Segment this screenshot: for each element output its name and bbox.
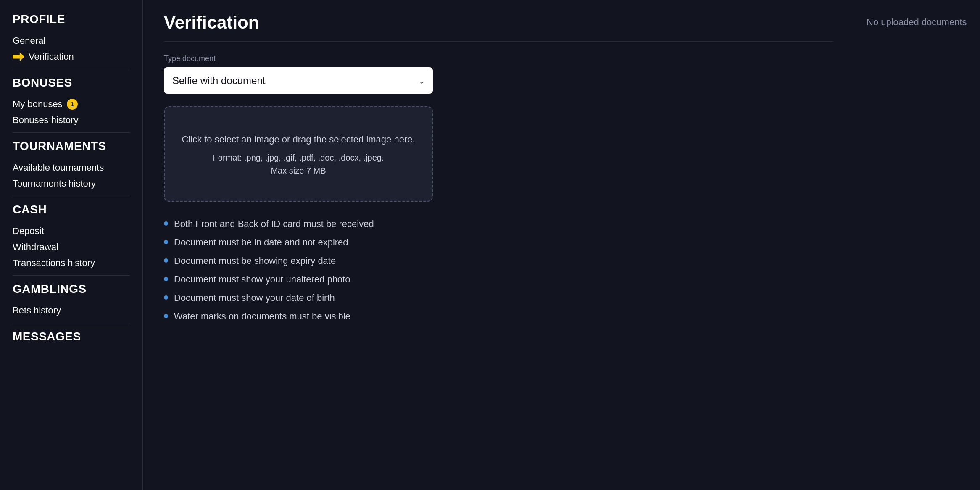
gamblings-title: GAMBLINGS xyxy=(13,282,130,296)
sidebar-item-verification[interactable]: Verification xyxy=(13,49,130,65)
sidebar-section-bonuses: BONUSES My bonuses 1 Bonuses history xyxy=(13,76,130,128)
page-divider xyxy=(164,41,833,42)
bonuses-title: BONUSES xyxy=(13,76,130,90)
sidebar-item-general[interactable]: General xyxy=(13,33,130,49)
list-item: Document must be in date and not expired xyxy=(164,237,833,248)
sidebar-item-deposit[interactable]: Deposit xyxy=(13,223,130,239)
profile-title: PROFILE xyxy=(13,13,130,26)
sidebar-item-available-tournaments[interactable]: Available tournaments xyxy=(13,160,130,176)
sidebar-item-label: Transactions history xyxy=(13,258,95,269)
sidebar-item-label: Withdrawal xyxy=(13,242,58,253)
bullet-icon xyxy=(164,314,168,318)
sidebar-section-gamblings: GAMBLINGS Bets history xyxy=(13,282,130,319)
document-type-select[interactable]: Selfie with document ID Card Passport Dr… xyxy=(164,67,433,94)
list-item: Document must show your unaltered photo xyxy=(164,274,833,285)
sidebar-item-transactions-history[interactable]: Transactions history xyxy=(13,255,130,271)
requirement-text: Document must be in date and not expired xyxy=(174,237,348,248)
sidebar-item-bets-history[interactable]: Bets history xyxy=(13,303,130,319)
bullet-icon xyxy=(164,240,168,244)
upload-text-size: Max size 7 MB xyxy=(182,166,415,176)
tournaments-title: TOURNAMENTS xyxy=(13,140,130,153)
list-item: Document must show your date of birth xyxy=(164,292,833,303)
list-item: Both Front and Back of ID card must be r… xyxy=(164,219,833,229)
sidebar-item-label: Available tournaments xyxy=(13,162,104,173)
document-type-label: Type document xyxy=(164,54,833,63)
sidebar-item-label: Bets history xyxy=(13,305,61,316)
sidebar-item-label: My bonuses xyxy=(13,99,63,110)
requirement-text: Document must show your unaltered photo xyxy=(174,274,350,285)
requirement-text: Document must be showing expiry date xyxy=(174,256,336,266)
upload-text-main: Click to select an image or drag the sel… xyxy=(182,132,415,146)
upload-drop-area[interactable]: Click to select an image or drag the sel… xyxy=(164,106,433,202)
bullet-icon xyxy=(164,295,168,300)
document-type-select-wrapper[interactable]: Selfie with document ID Card Passport Dr… xyxy=(164,67,433,94)
sidebar-item-tournaments-history[interactable]: Tournaments history xyxy=(13,176,130,192)
requirements-list: Both Front and Back of ID card must be r… xyxy=(164,219,833,322)
list-item: Water marks on documents must be visible xyxy=(164,311,833,322)
requirement-text: Document must show your date of birth xyxy=(174,292,335,303)
bonuses-badge: 1 xyxy=(67,99,78,110)
sidebar-section-profile: PROFILE General Verification xyxy=(13,13,130,65)
bullet-icon xyxy=(164,221,168,226)
sidebar-item-label: Deposit xyxy=(13,226,44,237)
sidebar-item-label: Bonuses history xyxy=(13,115,79,126)
arrow-right-icon xyxy=(13,52,24,61)
sidebar: PROFILE General Verification BONUSES My … xyxy=(0,0,143,490)
right-panel: No uploaded documents xyxy=(854,0,980,490)
no-documents-text: No uploaded documents xyxy=(867,17,967,28)
page-title: Verification xyxy=(164,13,833,33)
requirement-text: Water marks on documents must be visible xyxy=(174,311,350,322)
list-item: Document must be showing expiry date xyxy=(164,256,833,266)
bullet-icon xyxy=(164,258,168,263)
sidebar-item-bonuses-history[interactable]: Bonuses history xyxy=(13,112,130,128)
main-content: Verification Type document Selfie with d… xyxy=(143,0,854,490)
bullet-icon xyxy=(164,277,168,281)
sidebar-item-my-bonuses[interactable]: My bonuses 1 xyxy=(13,96,130,112)
sidebar-item-withdrawal[interactable]: Withdrawal xyxy=(13,239,130,255)
sidebar-item-label: General xyxy=(13,35,45,46)
sidebar-section-tournaments: TOURNAMENTS Available tournaments Tourna… xyxy=(13,140,130,192)
sidebar-item-label: Verification xyxy=(29,51,74,62)
sidebar-section-messages: MESSAGES xyxy=(13,330,130,343)
upload-text-format: Format: .png, .jpg, .gif, .pdf, .doc, .d… xyxy=(182,153,415,163)
messages-title: MESSAGES xyxy=(13,330,130,343)
requirement-text: Both Front and Back of ID card must be r… xyxy=(174,219,374,229)
sidebar-section-cash: CASH Deposit Withdrawal Transactions his… xyxy=(13,203,130,271)
cash-title: CASH xyxy=(13,203,130,216)
sidebar-item-label: Tournaments history xyxy=(13,178,96,189)
